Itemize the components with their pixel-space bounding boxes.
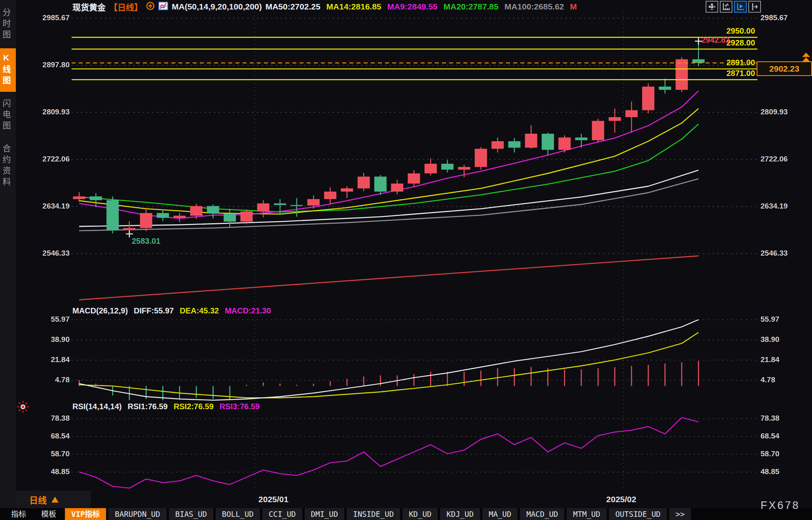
left-axis-tick: 55.97 <box>25 315 70 324</box>
right-axis-tick: 21.84 <box>761 355 780 364</box>
left-axis-tick: 38.90 <box>25 335 70 344</box>
ma-value: MA50:2702.25 <box>266 2 321 11</box>
left-axis-tick: 2722.06 <box>25 155 70 163</box>
chart-svg[interactable] <box>0 0 812 520</box>
rsi-title: RSI(14,14,14) <box>72 402 122 411</box>
ma-value: M <box>570 2 577 11</box>
indicator-tab[interactable]: BOLL_UD <box>216 508 260 520</box>
alert-sun-icon[interactable] <box>17 400 29 415</box>
sidebar-item[interactable]: 合约资料 <box>0 139 16 193</box>
left-axis-tick: 68.54 <box>25 432 70 440</box>
ma-values: MA50:2702.25MA14:2816.85MA9:2849.55MA20:… <box>266 2 577 11</box>
sidebar-item[interactable]: K线图 <box>0 48 16 92</box>
high-price-marker-label: 2942.83 <box>701 36 730 45</box>
right-axis-tick: 2634.19 <box>761 202 788 211</box>
level-price-label: 2891.00 <box>727 58 755 67</box>
current-price-box: 2902.23 <box>757 61 812 76</box>
rsi2-value: RSI2:76.59 <box>174 402 214 411</box>
indicator-tab[interactable]: INSIDE_UD <box>347 508 400 520</box>
brand-watermark: FX678 <box>761 499 800 512</box>
right-axis-tick: 48.85 <box>761 467 780 476</box>
symbol-title: 现货黄金 <box>72 1 106 13</box>
plus-circle-icon[interactable] <box>146 2 155 12</box>
indicator-tab[interactable]: BIAS_UD <box>169 508 213 520</box>
rsi3-value: RSI3:76.59 <box>220 402 260 411</box>
period-tag[interactable]: 【日线】 <box>109 1 142 13</box>
sidebar-item[interactable]: 闪电图 <box>0 94 16 137</box>
indicator-tab[interactable]: MA_UD <box>482 508 518 520</box>
ma-value: MA100:2685.62 <box>505 2 564 11</box>
right-axis-tick: 2722.06 <box>761 155 788 163</box>
left-axis-tick: 21.84 <box>25 355 70 364</box>
indicator-tab[interactable]: MACD_UD <box>520 508 564 520</box>
left-axis-tick: 78.38 <box>25 414 70 423</box>
indicator-tab[interactable]: KDJ_UD <box>440 508 480 520</box>
left-axis-tick: 4.78 <box>25 376 70 384</box>
x-axis-date-label: 2025/02 <box>606 495 636 504</box>
left-axis-tick: 2546.33 <box>25 249 70 258</box>
indicator-tab[interactable]: 模板 <box>35 508 63 520</box>
rsi-pane-header: RSI(14,14,14) RSI1:76.59 RSI2:76.59 RSI3… <box>72 402 260 411</box>
level-price-label: 2871.00 <box>727 69 755 78</box>
move-grid-icon[interactable] <box>706 1 718 13</box>
low-price-marker-label: 2583.01 <box>132 237 160 246</box>
left-axis-tick: 48.85 <box>25 467 70 476</box>
left-axis-tick: 2809.93 <box>25 108 70 116</box>
axis-play-icon[interactable] <box>734 1 747 13</box>
macd-dea-value: DEA:45.32 <box>180 306 219 315</box>
indicator-tab[interactable]: MTM_UD <box>567 508 607 520</box>
left-sidebar: 分时图K线图闪电图合约资料 <box>0 0 16 508</box>
indicator-tab[interactable]: >> <box>669 508 691 520</box>
axis-scale-icon[interactable] <box>720 1 732 13</box>
indicator-tab[interactable]: OUTSIDE_UD <box>609 508 667 520</box>
macd-diff-value: DIFF:55.97 <box>134 306 174 315</box>
macd-title: MACD(26,12,9) <box>72 306 128 315</box>
indicator-tab[interactable]: BARUPDN_UD <box>108 508 166 520</box>
left-axis-tick: 58.70 <box>25 450 70 458</box>
chart-header: 现货黄金 【日线】 MA(50,14,9,20,100,200) MA50:27… <box>72 2 577 12</box>
period-selector[interactable]: 日线 <box>16 491 91 508</box>
indicator-tab[interactable]: CCI_UD <box>262 508 302 520</box>
ma-value: MA14:2816.85 <box>326 2 381 11</box>
level-price-label: 2950.00 <box>727 27 755 36</box>
x-axis-date-label: 2025/01 <box>258 495 288 504</box>
rsi1-value: RSI1:76.59 <box>128 402 168 411</box>
macd-macd-value: MACD:21.30 <box>225 306 271 315</box>
left-axis-tick: 2634.19 <box>25 202 70 211</box>
right-axis-tick: 78.38 <box>761 414 780 423</box>
ma-value: MA9:2849.55 <box>387 2 438 11</box>
right-axis-tick: 2546.33 <box>761 249 788 258</box>
right-axis-tick: 2809.93 <box>761 108 788 116</box>
right-axis-tick: 38.90 <box>761 335 780 344</box>
mini-chart-icon[interactable] <box>158 2 168 12</box>
price-up-arrows-icon <box>802 53 810 62</box>
indicator-tab[interactable]: VIP指标 <box>65 508 106 520</box>
period-up-triangle-icon <box>51 497 59 503</box>
indicator-tab[interactable]: 指标 <box>5 508 32 520</box>
shift-axis-icon[interactable] <box>748 1 761 13</box>
right-axis-tick: 55.97 <box>761 315 780 324</box>
top-right-toolbar <box>706 1 761 13</box>
indicator-tab-bar: 指标模板VIP指标BARUPDN_UDBIAS_UDBOLL_UDCCI_UDD… <box>0 508 812 520</box>
right-axis-tick: 2985.67 <box>761 13 788 22</box>
right-axis-tick: 68.54 <box>761 432 780 440</box>
ma-value: MA20:2787.85 <box>444 2 499 11</box>
indicator-tab[interactable]: KD_UD <box>402 508 438 520</box>
chart-window: 分时图K线图闪电图合约资料 现货黄金 【日线】 MA(50,14,9,20,10… <box>0 0 812 520</box>
level-price-label: 2928.00 <box>727 38 755 47</box>
left-axis-tick: 2985.67 <box>25 13 70 22</box>
indicator-tab[interactable]: DMI_UD <box>305 508 345 520</box>
right-axis-tick: 4.78 <box>761 376 775 384</box>
right-axis-tick: 58.70 <box>761 450 780 458</box>
sidebar-item[interactable]: 分时图 <box>0 3 16 46</box>
ma-settings-label: MA(50,14,9,20,100,200) <box>172 2 262 11</box>
period-label: 日线 <box>29 493 47 506</box>
left-axis-tick: 2897.80 <box>25 61 70 69</box>
macd-pane-header: MACD(26,12,9) DIFF:55.97 DEA:45.32 MACD:… <box>72 306 271 315</box>
